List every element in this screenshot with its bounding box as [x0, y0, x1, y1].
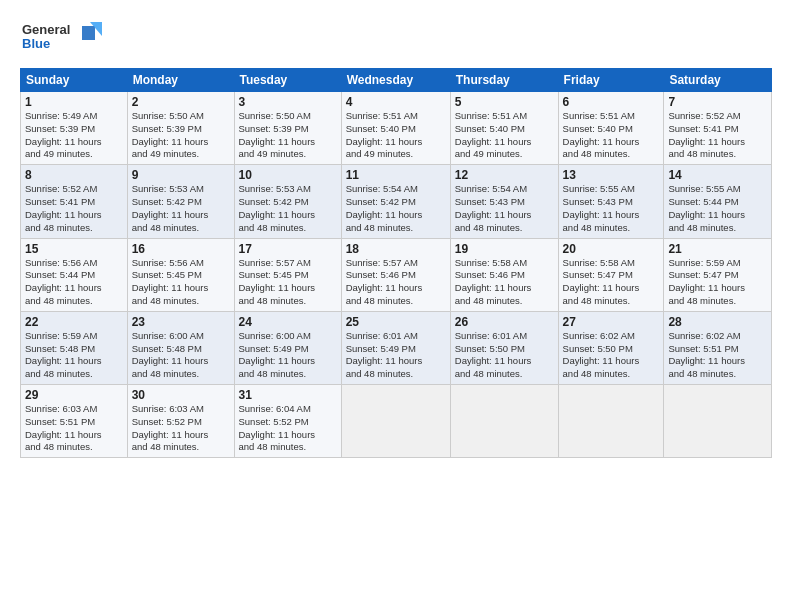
- day-number: 30: [132, 388, 230, 402]
- calendar-cell: 5Sunrise: 5:51 AM Sunset: 5:40 PM Daylig…: [450, 92, 558, 165]
- day-info: Sunrise: 5:54 AM Sunset: 5:43 PM Dayligh…: [455, 183, 554, 234]
- calendar-cell: 9Sunrise: 5:53 AM Sunset: 5:42 PM Daylig…: [127, 165, 234, 238]
- day-number: 23: [132, 315, 230, 329]
- column-header-monday: Monday: [127, 69, 234, 92]
- calendar-cell: 3Sunrise: 5:50 AM Sunset: 5:39 PM Daylig…: [234, 92, 341, 165]
- calendar-cell: 7Sunrise: 5:52 AM Sunset: 5:41 PM Daylig…: [664, 92, 772, 165]
- calendar-table: SundayMondayTuesdayWednesdayThursdayFrid…: [20, 68, 772, 458]
- calendar-cell: 4Sunrise: 5:51 AM Sunset: 5:40 PM Daylig…: [341, 92, 450, 165]
- day-info: Sunrise: 5:51 AM Sunset: 5:40 PM Dayligh…: [346, 110, 446, 161]
- day-info: Sunrise: 5:57 AM Sunset: 5:45 PM Dayligh…: [239, 257, 337, 308]
- calendar-cell: 28Sunrise: 6:02 AM Sunset: 5:51 PM Dayli…: [664, 311, 772, 384]
- column-header-tuesday: Tuesday: [234, 69, 341, 92]
- calendar-cell: 14Sunrise: 5:55 AM Sunset: 5:44 PM Dayli…: [664, 165, 772, 238]
- day-info: Sunrise: 5:52 AM Sunset: 5:41 PM Dayligh…: [668, 110, 767, 161]
- calendar-cell: 19Sunrise: 5:58 AM Sunset: 5:46 PM Dayli…: [450, 238, 558, 311]
- day-number: 25: [346, 315, 446, 329]
- calendar-week-3: 15Sunrise: 5:56 AM Sunset: 5:44 PM Dayli…: [21, 238, 772, 311]
- day-number: 24: [239, 315, 337, 329]
- calendar-cell: 20Sunrise: 5:58 AM Sunset: 5:47 PM Dayli…: [558, 238, 664, 311]
- day-number: 14: [668, 168, 767, 182]
- calendar-week-1: 1Sunrise: 5:49 AM Sunset: 5:39 PM Daylig…: [21, 92, 772, 165]
- svg-text:General: General: [22, 22, 70, 37]
- day-info: Sunrise: 6:00 AM Sunset: 5:48 PM Dayligh…: [132, 330, 230, 381]
- calendar-cell: 2Sunrise: 5:50 AM Sunset: 5:39 PM Daylig…: [127, 92, 234, 165]
- day-number: 5: [455, 95, 554, 109]
- calendar-cell: 30Sunrise: 6:03 AM Sunset: 5:52 PM Dayli…: [127, 385, 234, 458]
- day-number: 19: [455, 242, 554, 256]
- calendar-cell: 15Sunrise: 5:56 AM Sunset: 5:44 PM Dayli…: [21, 238, 128, 311]
- calendar-cell: 27Sunrise: 6:02 AM Sunset: 5:50 PM Dayli…: [558, 311, 664, 384]
- column-header-thursday: Thursday: [450, 69, 558, 92]
- calendar-cell: [664, 385, 772, 458]
- day-number: 29: [25, 388, 123, 402]
- day-info: Sunrise: 6:01 AM Sunset: 5:49 PM Dayligh…: [346, 330, 446, 381]
- svg-marker-2: [82, 26, 95, 40]
- calendar-cell: 18Sunrise: 5:57 AM Sunset: 5:46 PM Dayli…: [341, 238, 450, 311]
- day-number: 26: [455, 315, 554, 329]
- calendar-cell: 10Sunrise: 5:53 AM Sunset: 5:42 PM Dayli…: [234, 165, 341, 238]
- calendar-week-2: 8Sunrise: 5:52 AM Sunset: 5:41 PM Daylig…: [21, 165, 772, 238]
- day-info: Sunrise: 6:02 AM Sunset: 5:50 PM Dayligh…: [563, 330, 660, 381]
- day-number: 8: [25, 168, 123, 182]
- day-number: 28: [668, 315, 767, 329]
- calendar-cell: 16Sunrise: 5:56 AM Sunset: 5:45 PM Dayli…: [127, 238, 234, 311]
- calendar-header-row: SundayMondayTuesdayWednesdayThursdayFrid…: [21, 69, 772, 92]
- day-info: Sunrise: 5:57 AM Sunset: 5:46 PM Dayligh…: [346, 257, 446, 308]
- day-number: 9: [132, 168, 230, 182]
- calendar-cell: 31Sunrise: 6:04 AM Sunset: 5:52 PM Dayli…: [234, 385, 341, 458]
- day-number: 17: [239, 242, 337, 256]
- day-number: 3: [239, 95, 337, 109]
- day-number: 31: [239, 388, 337, 402]
- day-number: 6: [563, 95, 660, 109]
- day-info: Sunrise: 5:55 AM Sunset: 5:43 PM Dayligh…: [563, 183, 660, 234]
- calendar-cell: 24Sunrise: 6:00 AM Sunset: 5:49 PM Dayli…: [234, 311, 341, 384]
- day-info: Sunrise: 5:51 AM Sunset: 5:40 PM Dayligh…: [563, 110, 660, 161]
- day-number: 27: [563, 315, 660, 329]
- header: General Blue: [20, 18, 772, 60]
- column-header-saturday: Saturday: [664, 69, 772, 92]
- day-number: 2: [132, 95, 230, 109]
- calendar-cell: 12Sunrise: 5:54 AM Sunset: 5:43 PM Dayli…: [450, 165, 558, 238]
- calendar-cell: 23Sunrise: 6:00 AM Sunset: 5:48 PM Dayli…: [127, 311, 234, 384]
- column-header-friday: Friday: [558, 69, 664, 92]
- day-number: 15: [25, 242, 123, 256]
- day-number: 13: [563, 168, 660, 182]
- column-header-sunday: Sunday: [21, 69, 128, 92]
- calendar-cell: 1Sunrise: 5:49 AM Sunset: 5:39 PM Daylig…: [21, 92, 128, 165]
- calendar-cell: 21Sunrise: 5:59 AM Sunset: 5:47 PM Dayli…: [664, 238, 772, 311]
- day-info: Sunrise: 6:04 AM Sunset: 5:52 PM Dayligh…: [239, 403, 337, 454]
- calendar-cell: 17Sunrise: 5:57 AM Sunset: 5:45 PM Dayli…: [234, 238, 341, 311]
- logo: General Blue: [20, 18, 110, 60]
- calendar-week-5: 29Sunrise: 6:03 AM Sunset: 5:51 PM Dayli…: [21, 385, 772, 458]
- day-number: 7: [668, 95, 767, 109]
- day-number: 4: [346, 95, 446, 109]
- calendar-cell: 11Sunrise: 5:54 AM Sunset: 5:42 PM Dayli…: [341, 165, 450, 238]
- day-info: Sunrise: 6:03 AM Sunset: 5:51 PM Dayligh…: [25, 403, 123, 454]
- calendar-week-4: 22Sunrise: 5:59 AM Sunset: 5:48 PM Dayli…: [21, 311, 772, 384]
- day-info: Sunrise: 6:02 AM Sunset: 5:51 PM Dayligh…: [668, 330, 767, 381]
- day-number: 11: [346, 168, 446, 182]
- day-number: 12: [455, 168, 554, 182]
- column-header-wednesday: Wednesday: [341, 69, 450, 92]
- day-number: 10: [239, 168, 337, 182]
- day-info: Sunrise: 5:56 AM Sunset: 5:44 PM Dayligh…: [25, 257, 123, 308]
- day-number: 16: [132, 242, 230, 256]
- day-number: 22: [25, 315, 123, 329]
- day-info: Sunrise: 5:59 AM Sunset: 5:47 PM Dayligh…: [668, 257, 767, 308]
- day-info: Sunrise: 5:58 AM Sunset: 5:47 PM Dayligh…: [563, 257, 660, 308]
- calendar-cell: 25Sunrise: 6:01 AM Sunset: 5:49 PM Dayli…: [341, 311, 450, 384]
- day-info: Sunrise: 6:03 AM Sunset: 5:52 PM Dayligh…: [132, 403, 230, 454]
- day-info: Sunrise: 5:56 AM Sunset: 5:45 PM Dayligh…: [132, 257, 230, 308]
- page: General Blue SundayMondayTuesdayWednesda…: [0, 0, 792, 612]
- day-info: Sunrise: 5:58 AM Sunset: 5:46 PM Dayligh…: [455, 257, 554, 308]
- calendar-cell: 22Sunrise: 5:59 AM Sunset: 5:48 PM Dayli…: [21, 311, 128, 384]
- calendar-cell: [450, 385, 558, 458]
- calendar-cell: 6Sunrise: 5:51 AM Sunset: 5:40 PM Daylig…: [558, 92, 664, 165]
- day-info: Sunrise: 5:55 AM Sunset: 5:44 PM Dayligh…: [668, 183, 767, 234]
- day-info: Sunrise: 5:59 AM Sunset: 5:48 PM Dayligh…: [25, 330, 123, 381]
- calendar-cell: [341, 385, 450, 458]
- calendar-cell: 29Sunrise: 6:03 AM Sunset: 5:51 PM Dayli…: [21, 385, 128, 458]
- day-number: 18: [346, 242, 446, 256]
- day-info: Sunrise: 5:51 AM Sunset: 5:40 PM Dayligh…: [455, 110, 554, 161]
